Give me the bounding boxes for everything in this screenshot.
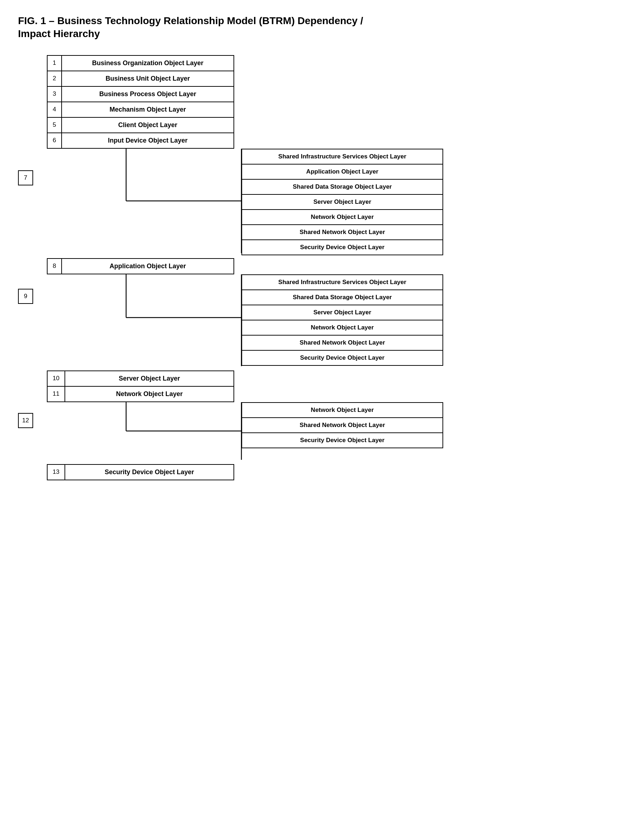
- table-group7: 13Security Device Object Layer: [47, 464, 234, 480]
- table-row: 3Business Process Object Layer: [47, 87, 234, 102]
- diagram: 1Business Organization Object Layer2Busi…: [18, 55, 614, 480]
- row-num: 3: [47, 87, 62, 102]
- num-box-7: 7: [18, 170, 33, 185]
- row-num: 5: [47, 117, 62, 133]
- num-box-12: 12: [18, 413, 33, 428]
- row-label: Security Device Object Layer: [65, 464, 234, 480]
- section-5: 10Server Object Layer11Network Object La…: [47, 371, 614, 402]
- row-label: Server Object Layer: [65, 371, 234, 386]
- table-group5: 10Server Object Layer11Network Object La…: [47, 371, 234, 402]
- row-num: 2: [47, 71, 62, 87]
- table-row: 5Client Object Layer: [47, 117, 234, 133]
- row-label: Client Object Layer: [62, 117, 234, 133]
- page-title: FIG. 1 – Business Technology Relationshi…: [18, 14, 614, 41]
- row-label: Mechanism Object Layer: [62, 102, 234, 117]
- table-row: 11Network Object Layer: [47, 386, 234, 402]
- table-group1: 1Business Organization Object Layer2Busi…: [47, 55, 234, 149]
- row-label: Input Device Object Layer: [62, 133, 234, 148]
- row-num: 13: [47, 464, 65, 480]
- row-label: Business Process Object Layer: [62, 87, 234, 102]
- branch-section-12: 12 Network Object LayerShared Network Ob…: [18, 402, 614, 461]
- row-label: Business Organization Object Layer: [62, 55, 234, 71]
- row-num: 1: [47, 55, 62, 71]
- section-7: 13Security Device Object Layer: [47, 464, 614, 480]
- row-num: 4: [47, 102, 62, 117]
- row-label: Business Unit Object Layer: [62, 71, 234, 87]
- connector-svg-7: [47, 149, 274, 253]
- row-num: 11: [47, 386, 65, 402]
- table-row: 8Application Object Layer: [47, 259, 234, 274]
- table-row: 6Input Device Object Layer: [47, 133, 234, 148]
- table-row: 13Security Device Object Layer: [47, 464, 234, 480]
- row-label: Network Object Layer: [65, 386, 234, 402]
- branch-section-9: 9 Shared Infrastructure Services Object …: [18, 274, 614, 368]
- num-box-9: 9: [18, 289, 33, 304]
- branch-section-7: 7 Shared Infrastructure Services Object …: [18, 149, 614, 255]
- row-num: 8: [47, 259, 62, 274]
- section-3: 8Application Object Layer: [47, 258, 614, 274]
- connector-svg-9: [47, 274, 274, 366]
- table-row: 2Business Unit Object Layer: [47, 71, 234, 87]
- row-label: Application Object Layer: [62, 259, 234, 274]
- table-row: 4Mechanism Object Layer: [47, 102, 234, 117]
- row-num: 6: [47, 133, 62, 148]
- table-row: 1Business Organization Object Layer: [47, 55, 234, 71]
- row-num: 10: [47, 371, 65, 386]
- connector-svg-12: [47, 402, 274, 460]
- table-group3: 8Application Object Layer: [47, 258, 234, 274]
- table-row: 10Server Object Layer: [47, 371, 234, 386]
- section-1: 1Business Organization Object Layer2Busi…: [47, 55, 614, 149]
